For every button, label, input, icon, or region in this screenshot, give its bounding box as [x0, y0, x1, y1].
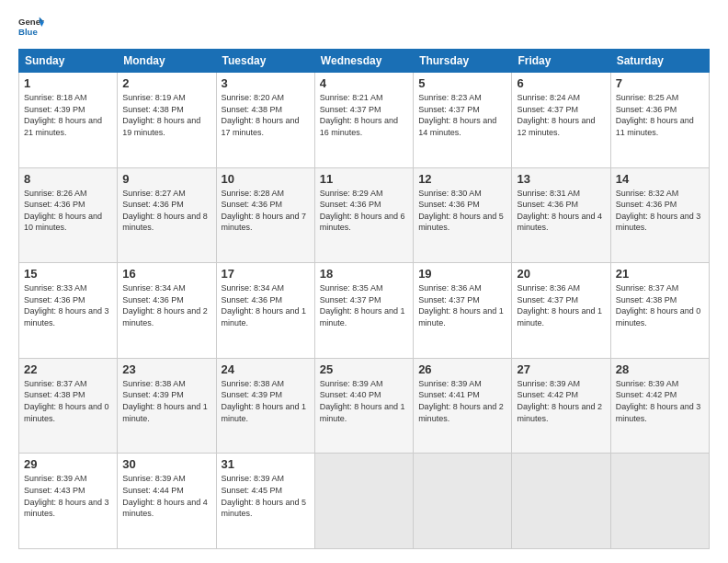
calendar-cell: 25Sunrise: 8:39 AMSunset: 4:40 PMDayligh… — [314, 358, 413, 454]
day-info: Sunrise: 8:20 AMSunset: 4:38 PMDaylight:… — [222, 92, 310, 138]
day-info: Sunrise: 8:38 AMSunset: 4:39 PMDaylight:… — [222, 378, 310, 424]
day-info: Sunrise: 8:29 AMSunset: 4:36 PMDaylight:… — [320, 188, 408, 234]
calendar-cell: 15Sunrise: 8:33 AMSunset: 4:36 PMDayligh… — [19, 263, 118, 359]
calendar-cell: 3Sunrise: 8:20 AMSunset: 4:38 PMDaylight… — [216, 73, 314, 168]
day-number: 23 — [122, 362, 210, 376]
day-info: Sunrise: 8:28 AMSunset: 4:36 PMDaylight:… — [222, 188, 310, 234]
day-info: Sunrise: 8:35 AMSunset: 4:37 PMDaylight:… — [320, 282, 408, 328]
day-number: 15 — [24, 267, 112, 281]
day-number: 22 — [24, 362, 112, 376]
day-info: Sunrise: 8:21 AMSunset: 4:37 PMDaylight:… — [320, 92, 408, 138]
calendar-cell: 14Sunrise: 8:32 AMSunset: 4:36 PMDayligh… — [610, 167, 709, 263]
col-header-saturday: Saturday — [610, 50, 709, 73]
day-info: Sunrise: 8:36 AMSunset: 4:37 PMDaylight:… — [418, 282, 506, 328]
day-number: 25 — [320, 362, 408, 376]
day-info: Sunrise: 8:25 AMSunset: 4:36 PMDaylight:… — [616, 92, 704, 138]
day-info: Sunrise: 8:36 AMSunset: 4:37 PMDaylight:… — [517, 282, 605, 328]
day-info: Sunrise: 8:39 AMSunset: 4:43 PMDaylight:… — [24, 473, 112, 519]
day-number: 2 — [122, 76, 210, 90]
calendar-cell: 7Sunrise: 8:25 AMSunset: 4:36 PMDaylight… — [610, 73, 709, 168]
calendar-cell: 9Sunrise: 8:27 AMSunset: 4:36 PMDaylight… — [118, 167, 216, 263]
day-number: 16 — [122, 267, 210, 281]
calendar-cell: 23Sunrise: 8:38 AMSunset: 4:39 PMDayligh… — [118, 358, 216, 454]
calendar-cell: 30Sunrise: 8:39 AMSunset: 4:44 PMDayligh… — [118, 454, 216, 549]
day-number: 30 — [122, 457, 210, 471]
day-number: 14 — [616, 172, 704, 186]
col-header-sunday: Sunday — [19, 50, 118, 73]
day-info: Sunrise: 8:30 AMSunset: 4:36 PMDaylight:… — [418, 188, 506, 234]
day-number: 27 — [517, 362, 605, 376]
day-info: Sunrise: 8:31 AMSunset: 4:36 PMDaylight:… — [517, 188, 605, 234]
day-number: 31 — [222, 457, 310, 471]
day-info: Sunrise: 8:39 AMSunset: 4:42 PMDaylight:… — [517, 378, 605, 424]
day-info: Sunrise: 8:19 AMSunset: 4:38 PMDaylight:… — [122, 92, 210, 138]
day-number: 10 — [222, 172, 310, 186]
calendar-cell: 5Sunrise: 8:23 AMSunset: 4:37 PMDaylight… — [414, 73, 512, 168]
day-number: 7 — [616, 76, 704, 90]
col-header-tuesday: Tuesday — [216, 50, 314, 73]
calendar-cell: 19Sunrise: 8:36 AMSunset: 4:37 PMDayligh… — [414, 263, 512, 359]
calendar-cell: 8Sunrise: 8:26 AMSunset: 4:36 PMDaylight… — [19, 167, 118, 263]
calendar-cell: 17Sunrise: 8:34 AMSunset: 4:36 PMDayligh… — [216, 263, 314, 359]
header: General Blue — [18, 14, 710, 40]
day-number: 19 — [418, 267, 506, 281]
day-number: 6 — [517, 76, 605, 90]
calendar-cell: 18Sunrise: 8:35 AMSunset: 4:37 PMDayligh… — [314, 263, 413, 359]
day-info: Sunrise: 8:34 AMSunset: 4:36 PMDaylight:… — [222, 282, 310, 328]
calendar-cell: 21Sunrise: 8:37 AMSunset: 4:38 PMDayligh… — [610, 263, 709, 359]
calendar-cell: 13Sunrise: 8:31 AMSunset: 4:36 PMDayligh… — [512, 167, 610, 263]
col-header-wednesday: Wednesday — [314, 50, 413, 73]
calendar-cell: 10Sunrise: 8:28 AMSunset: 4:36 PMDayligh… — [216, 167, 314, 263]
day-number: 5 — [418, 76, 506, 90]
day-info: Sunrise: 8:39 AMSunset: 4:45 PMDaylight:… — [222, 473, 310, 519]
day-info: Sunrise: 8:39 AMSunset: 4:42 PMDaylight:… — [616, 378, 704, 424]
day-info: Sunrise: 8:33 AMSunset: 4:36 PMDaylight:… — [24, 282, 112, 328]
day-info: Sunrise: 8:37 AMSunset: 4:38 PMDaylight:… — [616, 282, 704, 328]
day-number: 12 — [418, 172, 506, 186]
calendar-cell: 24Sunrise: 8:38 AMSunset: 4:39 PMDayligh… — [216, 358, 314, 454]
day-info: Sunrise: 8:39 AMSunset: 4:44 PMDaylight:… — [122, 473, 210, 519]
day-number: 18 — [320, 267, 408, 281]
day-info: Sunrise: 8:39 AMSunset: 4:41 PMDaylight:… — [418, 378, 506, 424]
calendar-cell: 26Sunrise: 8:39 AMSunset: 4:41 PMDayligh… — [414, 358, 512, 454]
calendar-cell: 27Sunrise: 8:39 AMSunset: 4:42 PMDayligh… — [512, 358, 610, 454]
calendar-cell: 16Sunrise: 8:34 AMSunset: 4:36 PMDayligh… — [118, 263, 216, 359]
calendar-cell: 4Sunrise: 8:21 AMSunset: 4:37 PMDaylight… — [314, 73, 413, 168]
logo: General Blue — [18, 14, 44, 40]
col-header-monday: Monday — [118, 50, 216, 73]
calendar-table: SundayMondayTuesdayWednesdayThursdayFrid… — [18, 49, 710, 549]
calendar-cell: 12Sunrise: 8:30 AMSunset: 4:36 PMDayligh… — [414, 167, 512, 263]
calendar-cell — [610, 454, 709, 549]
svg-text:Blue: Blue — [18, 27, 38, 37]
day-number: 17 — [222, 267, 310, 281]
logo-icon: General Blue — [18, 14, 44, 40]
day-info: Sunrise: 8:27 AMSunset: 4:36 PMDaylight:… — [122, 188, 210, 234]
day-number: 26 — [418, 362, 506, 376]
calendar-cell: 11Sunrise: 8:29 AMSunset: 4:36 PMDayligh… — [314, 167, 413, 263]
day-number: 13 — [517, 172, 605, 186]
day-info: Sunrise: 8:24 AMSunset: 4:37 PMDaylight:… — [517, 92, 605, 138]
calendar-cell — [512, 454, 610, 549]
day-info: Sunrise: 8:38 AMSunset: 4:39 PMDaylight:… — [122, 378, 210, 424]
calendar-cell — [414, 454, 512, 549]
calendar-cell: 1Sunrise: 8:18 AMSunset: 4:39 PMDaylight… — [19, 73, 118, 168]
col-header-friday: Friday — [512, 50, 610, 73]
day-number: 9 — [122, 172, 210, 186]
day-number: 21 — [616, 267, 704, 281]
day-number: 3 — [222, 76, 310, 90]
col-header-thursday: Thursday — [414, 50, 512, 73]
page: General Blue SundayMondayTuesdayWednesda… — [0, 0, 728, 563]
calendar-cell: 22Sunrise: 8:37 AMSunset: 4:38 PMDayligh… — [19, 358, 118, 454]
day-number: 1 — [24, 76, 112, 90]
day-number: 8 — [24, 172, 112, 186]
day-number: 20 — [517, 267, 605, 281]
day-number: 11 — [320, 172, 408, 186]
day-info: Sunrise: 8:32 AMSunset: 4:36 PMDaylight:… — [616, 188, 704, 234]
calendar-cell: 6Sunrise: 8:24 AMSunset: 4:37 PMDaylight… — [512, 73, 610, 168]
calendar-cell: 2Sunrise: 8:19 AMSunset: 4:38 PMDaylight… — [118, 73, 216, 168]
day-info: Sunrise: 8:18 AMSunset: 4:39 PMDaylight:… — [24, 92, 112, 138]
day-number: 24 — [222, 362, 310, 376]
calendar-cell: 31Sunrise: 8:39 AMSunset: 4:45 PMDayligh… — [216, 454, 314, 549]
day-number: 4 — [320, 76, 408, 90]
day-number: 28 — [616, 362, 704, 376]
